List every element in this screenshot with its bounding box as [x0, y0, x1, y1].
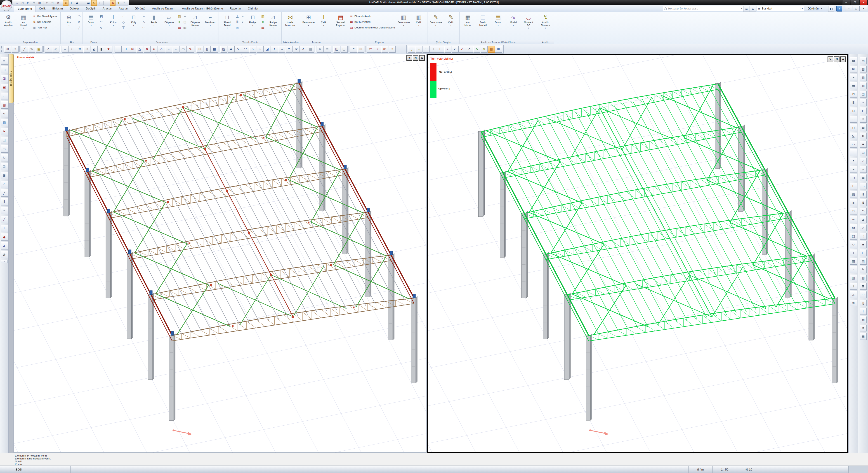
new-file-icon[interactable]: □	[20, 0, 25, 6]
concrete-design-button[interactable]: ⊞Betonarme▼	[301, 12, 316, 26]
storey-general-settings-button[interactable]: ≡Kat Genel Ayarları	[31, 14, 59, 19]
single-footing-icon[interactable]: ⊥	[235, 14, 240, 19]
right-dock-icon[interactable]: ▥	[860, 275, 867, 281]
right-dock-icon[interactable]: ≡	[860, 325, 867, 332]
slab-section-icon[interactable]: ▭	[177, 25, 182, 30]
object-ghost-icon[interactable]: ▱	[1, 93, 8, 100]
adequacy-3d-view[interactable]	[428, 55, 847, 452]
polygon-column-icon[interactable]: ◇	[121, 20, 126, 25]
help-button[interactable]: ?	[836, 6, 842, 11]
extend-icon[interactable]: ⊣	[122, 45, 129, 53]
quick-run-icon[interactable]: ↯	[116, 0, 121, 6]
menu-tab-çelik[interactable]: Çelik	[36, 6, 49, 12]
menu-tab-analiz-ve-tasarım-görüntüleme[interactable]: Analiz ve Tasarım Görüntüleme	[179, 6, 226, 12]
style-picker-icon[interactable]: ✎	[28, 45, 35, 53]
viewport-adequacy[interactable]: Tüm yetersizlikler YETERSİZYETERLİ YNΛ	[427, 54, 848, 453]
status-cell-0[interactable]: tf / m	[688, 466, 712, 473]
right-dock-icon[interactable]: ▤	[850, 233, 857, 240]
right-dock-icon[interactable]: ▤	[860, 57, 867, 64]
right-dock-icon[interactable]: ⌂	[860, 158, 867, 164]
menu-tab-ayarlar[interactable]: Ayarlar	[115, 6, 131, 12]
move-icon[interactable]: +	[62, 45, 69, 53]
right-dock-icon[interactable]: ∧	[850, 158, 857, 164]
right-dock-icon[interactable]: ▤	[860, 258, 867, 265]
section-line-icon[interactable]: ╱	[1, 190, 8, 197]
selection-filter-combo[interactable]: ⊠ Standart ▼	[757, 6, 804, 11]
snap-vertical-icon[interactable]: ↕	[97, 0, 102, 6]
right-dock-icon[interactable]: ≋	[850, 300, 857, 306]
ucs-icon[interactable]: ↱	[350, 45, 357, 53]
curved-beam-icon[interactable]: ∿	[141, 20, 146, 25]
layer-copy-icon[interactable]: ◫	[1, 66, 8, 73]
rotate-icon[interactable]: ↻	[76, 45, 83, 53]
poly-wall-icon[interactable]: ∿	[99, 25, 104, 30]
steel-report-button[interactable]: ▥Çelik▼	[411, 12, 426, 26]
right-dock-icon[interactable]: ▥	[850, 275, 857, 281]
right-dock-icon[interactable]: ⊓	[860, 107, 867, 114]
measure-icon[interactable]: ╱	[21, 45, 28, 53]
building-tree-tab[interactable]: Yapı Ağacı	[8, 54, 13, 103]
selective-reports-button[interactable]: ▤SeçmeliRaporlar	[333, 12, 348, 27]
chamfer-icon[interactable]: ⌐	[173, 45, 180, 53]
perspective-grid-icon[interactable]: ▦	[488, 45, 495, 53]
auto-label-icon[interactable]: A	[1, 242, 8, 249]
dynamic-analysis-report-button[interactable]: ≋Dinamik Analiz	[348, 14, 396, 19]
right-dock-icon[interactable]: ∟	[860, 249, 867, 256]
analysis-settings-button[interactable]: ⚙AnalizAyarları	[1, 12, 16, 27]
menu-tab-araçlar[interactable]: Araçlar	[99, 6, 115, 12]
leader-icon[interactable]: ?	[285, 45, 292, 53]
right-dock-icon[interactable]: ▦	[860, 124, 867, 131]
copy-move-icon[interactable]: ∷	[69, 45, 76, 53]
paste-icon[interactable]: ▭	[1, 145, 8, 153]
compass-icon[interactable]: Λ	[45, 45, 52, 53]
element-selection-icon[interactable]: ≡	[63, 0, 68, 6]
axonometric-3d-view[interactable]	[14, 54, 426, 452]
area-total-icon[interactable]: ▦	[307, 45, 314, 53]
maximize-button[interactable]: ❐	[851, 0, 859, 5]
menu-tab-görüntü[interactable]: Görüntü	[131, 6, 149, 12]
slope-icon[interactable]: ◮	[136, 45, 143, 53]
right-dock-icon[interactable]: ◿	[850, 174, 857, 181]
snap-endpoint-icon[interactable]: ⊤	[104, 0, 110, 6]
tile-viewports-icon[interactable]: ◫	[341, 45, 348, 53]
right-dock-icon[interactable]: ▦	[850, 82, 857, 89]
right-dock-icon[interactable]: ▤	[860, 149, 867, 156]
right-dock-icon[interactable]: ◫	[860, 91, 867, 98]
right-dock-icon[interactable]: Ⅲ	[850, 199, 857, 206]
protractor-icon[interactable]: ◁	[52, 45, 59, 53]
view-plan-button[interactable]: N	[834, 57, 839, 62]
right-dock-icon[interactable]: ■	[860, 241, 867, 248]
layer-list-icon[interactable]: ≋	[743, 6, 750, 12]
scaffold-macro-button[interactable]: ⋈İskeleMakrosu▼	[283, 12, 298, 29]
right-dock-icon[interactable]: ⌂	[860, 225, 867, 231]
right-dock-icon[interactable]: ■	[860, 141, 867, 148]
right-dock-icon[interactable]: ∿	[850, 216, 857, 223]
circular-axis-icon[interactable]: ↺	[76, 20, 82, 25]
corner-wall-icon[interactable]: ◩	[99, 14, 104, 19]
right-dock-icon[interactable]: ∟	[850, 183, 857, 190]
right-dock-icon[interactable]: ▲	[860, 216, 867, 223]
viewport-axonometric[interactable]: Aksonometrik YNΛ	[13, 54, 426, 453]
concrete-report-button[interactable]: ▥Betonarme▼	[396, 12, 411, 26]
plan-grid-icon[interactable]: ⊞	[495, 45, 502, 53]
snap-midpoint-icon[interactable]: ⇅	[110, 0, 116, 6]
right-dock-icon[interactable]: Ⅰ	[860, 308, 867, 315]
zoom-dynamic-icon[interactable]: ⊙	[11, 45, 19, 53]
right-dock-icon[interactable]: ▥	[860, 82, 867, 89]
right-dock-icon[interactable]: ◠	[850, 208, 857, 214]
raft-opening-icon[interactable]: ▥	[260, 14, 266, 19]
zoom-window-icon[interactable]: ⊕	[4, 45, 11, 53]
moment-display-button[interactable]: ◡Moment3-3▼	[521, 12, 536, 29]
show-corners-icon[interactable]: ∟	[437, 45, 444, 53]
array-icon[interactable]: ⊞	[196, 45, 204, 53]
beam-button[interactable]: ⊓Kiriş▼	[126, 12, 141, 26]
dock-grip[interactable]	[861, 55, 866, 57]
right-dock-icon[interactable]: ▥	[860, 74, 867, 81]
storey-forces-report-button[interactable]: ⇉Kat Kuvvetleri	[348, 20, 396, 24]
arc-beam-icon[interactable]: ◠	[141, 25, 146, 30]
snap-extension-icon[interactable]: ⇉	[86, 0, 91, 6]
right-dock-icon[interactable]: Ⅱ	[860, 191, 867, 198]
wall-display-button[interactable]: ▤Duvar▼	[491, 12, 506, 26]
strip-footing-button[interactable]: ⊔SürekliTemel▼	[220, 12, 235, 29]
object-edit-icon[interactable]: ▣	[1, 84, 8, 91]
